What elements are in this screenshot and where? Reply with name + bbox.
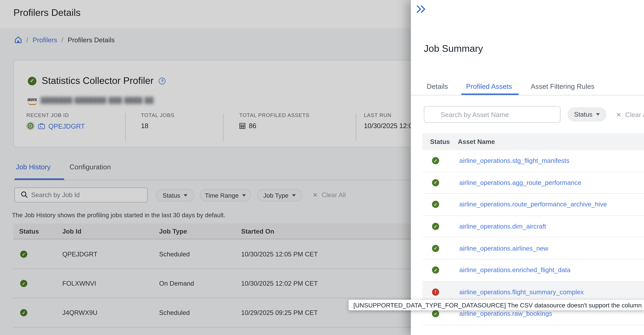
error-status-icon [432, 288, 439, 296]
asset-name-link[interactable]: airline_operations.airlines_new [459, 245, 548, 252]
success-status-icon [432, 223, 439, 230]
asset-name-search-input[interactable] [424, 106, 560, 123]
tab-asset-filtering-rules[interactable]: Asset Filtering Rules [531, 82, 594, 90]
tab-details[interactable]: Details [427, 82, 448, 90]
success-status-icon [432, 310, 439, 318]
success-status-icon [432, 201, 439, 208]
list-item[interactable]: airline_operations.agg_route_performance [422, 172, 644, 194]
list-item[interactable]: airline_operations.airlines_new [422, 238, 644, 260]
asset-name-link[interactable]: airline_operations.agg_route_performance [459, 179, 581, 186]
asset-name-link[interactable]: airline_operations.dim_aircraft [459, 223, 546, 230]
drawer-title: Job Summary [424, 43, 483, 54]
screen: Profilers Details / Profilers / Profiler… [0, 0, 644, 335]
tabs-divider [411, 95, 644, 96]
list-item[interactable]: airline_operations.enriched_flight_data [422, 260, 644, 282]
asset-status-filter-dropdown[interactable]: Status [568, 108, 606, 121]
list-item[interactable]: airline_operations.stg_flight_manifests [422, 150, 644, 172]
asset-name-link[interactable]: airline_operations.route_performance_arc… [459, 201, 607, 208]
success-status-icon [432, 245, 439, 252]
close-icon: ✕ [616, 111, 621, 118]
asset-name-link[interactable]: airline_operations.raw_bookings [459, 310, 552, 318]
tab-profiled-assets[interactable]: Profiled Assets [466, 82, 512, 90]
success-status-icon [432, 179, 439, 186]
job-summary-drawer: Job Summary Details Profiled Assets Asse… [411, 0, 644, 335]
error-tooltip: [UNSUPPORTED_DATA_TYPE_FOR_DATASOURCE] T… [348, 300, 644, 310]
assets-clear-all-button[interactable]: ✕ Clear All [616, 111, 644, 118]
chevron-down-icon [596, 113, 600, 116]
asset-table-header: Status Asset Name [422, 133, 644, 150]
modal-dim-overlay[interactable] [0, 0, 411, 335]
active-tab-underline [461, 93, 519, 95]
list-item[interactable]: airline_operations.dim_aircraft [422, 216, 644, 238]
asset-name-link[interactable]: airline_operations.flight_summary_comple… [459, 288, 584, 296]
list-item[interactable]: airline_operations.route_performance_arc… [422, 194, 644, 216]
chevron-double-right-icon[interactable] [415, 4, 427, 15]
success-status-icon [432, 266, 439, 274]
asset-name-link[interactable]: airline_operations.stg_flight_manifests [459, 157, 570, 164]
success-status-icon [432, 157, 439, 164]
asset-name-link[interactable]: airline_operations.enriched_flight_data [459, 266, 570, 274]
